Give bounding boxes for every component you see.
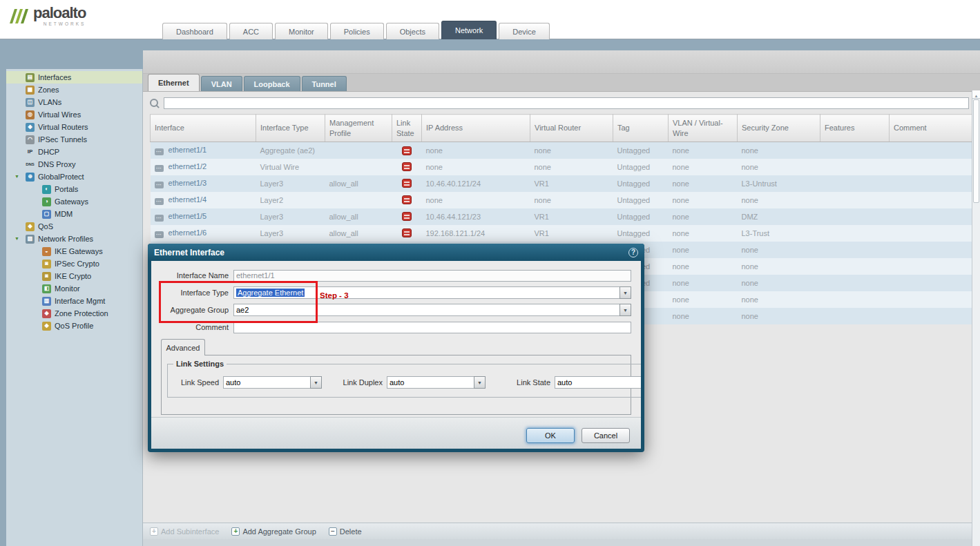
sidebar-item[interactable]: ▼ ◫ VLANs bbox=[6, 96, 142, 108]
cell-link-state bbox=[392, 208, 422, 225]
sidebar-item[interactable]: ▼ IP DHCP bbox=[6, 146, 142, 158]
column-header[interactable]: Comment bbox=[890, 115, 972, 142]
virtual-wires-icon: ◎ bbox=[26, 110, 35, 119]
scrollbar-thumb[interactable] bbox=[973, 99, 979, 203]
table-row[interactable]: ethernet1/5 Layer3 allow_all 10.46.44.12… bbox=[151, 208, 972, 225]
sidebar-item[interactable]: ▼ ◐ Portals bbox=[6, 183, 142, 195]
paloalto-logo[interactable]: paloalto NETWORKS bbox=[8, 6, 86, 26]
sidebar-item[interactable]: ▼ ◒ IKE Gateways bbox=[6, 245, 142, 257]
main-tab[interactable]: ACC bbox=[229, 23, 273, 39]
column-header[interactable]: Interface bbox=[151, 115, 256, 142]
link-down-icon[interactable] bbox=[402, 195, 412, 204]
sidebar-item-label: DNS Proxy bbox=[38, 160, 75, 168]
table-row[interactable]: ethernet1/1 Aggregate (ae2) none none Un… bbox=[151, 142, 972, 159]
cell-features bbox=[820, 192, 890, 208]
interface-name-link[interactable]: ethernet1/2 bbox=[169, 162, 207, 170]
table-row[interactable]: ethernet1/2 Virtual Wire none none Untag… bbox=[151, 159, 972, 175]
sidebar-item[interactable]: ▼ ◑ Gateways bbox=[6, 195, 142, 208]
column-header[interactable]: Management Profile bbox=[325, 115, 392, 142]
brand-name: paloalto bbox=[33, 6, 86, 21]
chevron-down-icon[interactable] bbox=[619, 286, 631, 299]
chevron-down-icon[interactable] bbox=[619, 304, 631, 316]
main-tab[interactable]: Objects bbox=[386, 23, 439, 39]
sidebar-item[interactable]: ▼ ◆ QoS Profile bbox=[6, 320, 142, 332]
interface-type-dropdown[interactable]: Aggregate Ethernet bbox=[233, 286, 631, 299]
interface-name-link[interactable]: ethernet1/1 bbox=[169, 146, 207, 154]
column-header[interactable]: Link State bbox=[392, 115, 422, 142]
chevron-down-icon[interactable] bbox=[310, 376, 322, 389]
subtab[interactable]: Loopback bbox=[244, 76, 300, 91]
sidebar-item[interactable]: ▼ ◆ QoS bbox=[6, 220, 142, 233]
search-input[interactable] bbox=[164, 97, 969, 109]
link-speed-dropdown[interactable]: auto bbox=[223, 376, 322, 389]
expander-arrow-icon[interactable]: ▼ bbox=[15, 236, 19, 241]
subtab[interactable]: VLAN bbox=[201, 76, 242, 91]
link-down-icon[interactable] bbox=[402, 162, 412, 171]
column-header[interactable]: Virtual Router bbox=[530, 115, 613, 142]
expander-arrow-icon[interactable]: ▼ bbox=[15, 174, 19, 179]
main-tab[interactable]: Dashboard bbox=[162, 23, 227, 39]
chevron-down-icon[interactable] bbox=[474, 376, 486, 389]
cell-mgmt-profile bbox=[325, 159, 392, 175]
sidebar-item[interactable]: ▼ ◈ Zone Protection bbox=[6, 307, 142, 320]
sidebar-item[interactable]: ▼ ▥ Interface Mgmt bbox=[6, 295, 142, 307]
table-row[interactable]: ethernet1/3 Layer3 allow_all 10.46.40.12… bbox=[151, 175, 972, 192]
table-row[interactable]: ethernet1/6 Layer3 allow_all 192.168.121… bbox=[151, 225, 972, 242]
sidebar-item[interactable]: ▼ ◧ Monitor bbox=[6, 282, 142, 295]
sidebar-item[interactable]: ▼ ◙ IPSec Crypto bbox=[6, 257, 142, 270]
interface-name-field[interactable] bbox=[233, 270, 631, 282]
cancel-button[interactable]: Cancel bbox=[582, 428, 630, 443]
sidebar-item[interactable]: ▼ ◆ Virtual Routers bbox=[6, 121, 142, 133]
scroll-up-arrow-icon[interactable] bbox=[972, 90, 980, 99]
interface-name-link[interactable]: ethernet1/4 bbox=[169, 195, 207, 204]
sidebar-item[interactable]: ▼ ▨ Network Profiles bbox=[6, 233, 142, 245]
link-state-dropdown[interactable]: auto bbox=[555, 376, 641, 389]
sidebar-item[interactable]: ▼ ⊕ GlobalProtect bbox=[6, 170, 142, 183]
main-tab[interactable]: Monitor bbox=[275, 23, 328, 39]
aggregate-group-dropdown[interactable]: ae2 bbox=[233, 304, 631, 316]
link-down-icon[interactable] bbox=[402, 212, 412, 221]
interface-name-link[interactable]: ethernet1/3 bbox=[169, 179, 207, 187]
network-profiles-icon: ▨ bbox=[26, 235, 35, 244]
sidebar-item[interactable]: ▼ DNS DNS Proxy bbox=[6, 158, 142, 170]
column-header[interactable]: VLAN / Virtual-Wire bbox=[669, 115, 738, 142]
interface-name-link[interactable]: ethernet1/5 bbox=[169, 212, 207, 220]
ok-button[interactable]: OK bbox=[526, 428, 575, 443]
link-duplex-dropdown[interactable]: auto bbox=[387, 376, 486, 389]
cell-ip-address: none bbox=[422, 142, 530, 159]
subtab[interactable]: Ethernet bbox=[148, 74, 200, 91]
tab-advanced[interactable]: Advanced bbox=[161, 339, 205, 355]
column-header[interactable]: Tag bbox=[613, 115, 669, 142]
column-header[interactable]: Security Zone bbox=[738, 115, 820, 142]
help-icon[interactable]: ? bbox=[628, 248, 638, 257]
link-down-icon[interactable] bbox=[402, 228, 412, 237]
table-action-button[interactable]: + Add Subinterface bbox=[150, 527, 219, 536]
link-down-icon[interactable] bbox=[402, 146, 412, 155]
main-tab[interactable]: Device bbox=[499, 23, 550, 39]
main-tab[interactable]: Network bbox=[441, 21, 497, 39]
cell-vlan: none bbox=[669, 242, 738, 258]
column-header[interactable]: IP Address bbox=[422, 115, 530, 142]
sidebar-item[interactable]: ▼ ▦ Zones bbox=[6, 84, 142, 96]
table-row[interactable]: ethernet1/4 Layer2 none none Untagged no… bbox=[151, 192, 972, 208]
sidebar-item[interactable]: ▼ ◎ Virtual Wires bbox=[6, 108, 142, 121]
sidebar-item[interactable]: ▼ ◠ IPSec Tunnels bbox=[6, 133, 142, 146]
sidebar-item[interactable]: ▼ ▢ MDM bbox=[6, 208, 142, 220]
dialog-title-bar[interactable]: Ethernet Interface ? bbox=[148, 244, 644, 261]
table-action-button[interactable]: − Delete bbox=[329, 527, 362, 536]
main-tab[interactable]: Policies bbox=[330, 23, 384, 39]
interface-name-link[interactable]: ethernet1/6 bbox=[169, 228, 207, 237]
table-action-button[interactable]: + Add Aggregate Group bbox=[231, 527, 316, 536]
sidebar-item[interactable]: ▼ ▤ Interfaces bbox=[6, 71, 142, 84]
column-header[interactable]: Interface Type bbox=[256, 115, 325, 142]
cell-virtual-router: VR1 bbox=[530, 225, 613, 242]
column-header[interactable]: Features bbox=[820, 115, 890, 142]
sidebar-item[interactable]: ▼ ◙ IKE Crypto bbox=[6, 270, 142, 282]
cell-interface: ethernet1/1 bbox=[151, 142, 256, 159]
subtab[interactable]: Tunnel bbox=[302, 76, 347, 91]
link-down-icon[interactable] bbox=[402, 179, 412, 188]
cell-vlan: none bbox=[669, 192, 738, 208]
vertical-scrollbar[interactable] bbox=[972, 90, 980, 546]
comment-field[interactable] bbox=[233, 322, 631, 333]
add-aggregate-group-icon: + bbox=[231, 527, 240, 536]
